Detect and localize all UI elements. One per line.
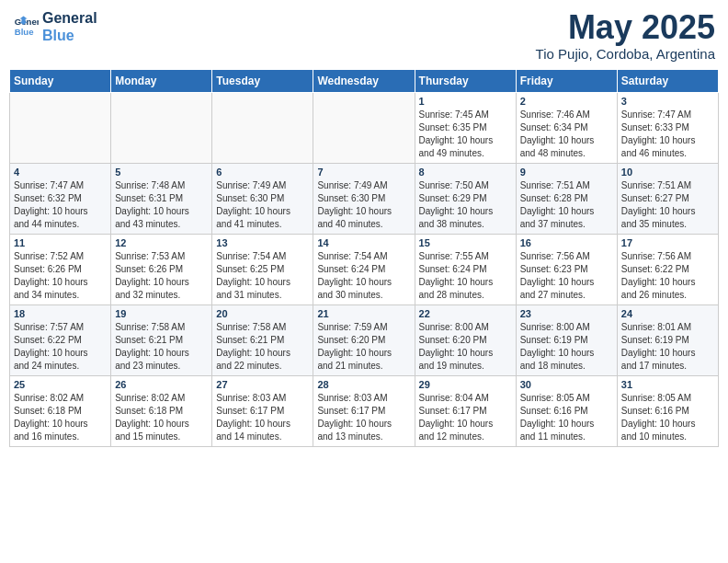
calendar-cell: 18Sunrise: 7:57 AM Sunset: 6:22 PM Dayli… <box>10 304 111 375</box>
day-info: Sunrise: 7:49 AM Sunset: 6:30 PM Dayligh… <box>216 179 309 231</box>
weekday-header: Monday <box>111 69 212 92</box>
title-block: May 2025 Tio Pujio, Cordoba, Argentina <box>536 9 715 62</box>
weekday-header: Saturday <box>617 69 718 92</box>
calendar-cell: 24Sunrise: 8:01 AM Sunset: 6:19 PM Dayli… <box>617 304 718 375</box>
day-info: Sunrise: 7:45 AM Sunset: 6:35 PM Dayligh… <box>419 109 512 160</box>
calendar-cell: 23Sunrise: 8:00 AM Sunset: 6:19 PM Dayli… <box>516 304 617 375</box>
calendar-cell <box>212 92 313 163</box>
day-number: 31 <box>621 379 714 390</box>
logo-line1: General <box>42 9 97 27</box>
day-info: Sunrise: 7:59 AM Sunset: 6:20 PM Dayligh… <box>317 321 410 373</box>
day-info: Sunrise: 8:02 AM Sunset: 6:18 PM Dayligh… <box>14 392 107 443</box>
day-number: 12 <box>115 237 208 248</box>
day-number: 11 <box>14 237 107 248</box>
logo-icon: General Blue <box>13 14 39 40</box>
day-number: 8 <box>419 167 512 178</box>
calendar-cell: 14Sunrise: 7:54 AM Sunset: 6:24 PM Dayli… <box>313 234 415 304</box>
calendar-cell: 16Sunrise: 7:56 AM Sunset: 6:23 PM Dayli… <box>516 234 617 304</box>
day-number: 6 <box>216 167 309 178</box>
calendar-cell: 20Sunrise: 7:58 AM Sunset: 6:21 PM Dayli… <box>212 304 313 375</box>
calendar-cell: 5Sunrise: 7:48 AM Sunset: 6:31 PM Daylig… <box>111 163 212 234</box>
calendar-cell: 25Sunrise: 8:02 AM Sunset: 6:18 PM Dayli… <box>10 375 111 446</box>
day-info: Sunrise: 7:54 AM Sunset: 6:24 PM Dayligh… <box>317 250 410 302</box>
day-number: 9 <box>520 167 613 178</box>
day-number: 2 <box>520 96 613 107</box>
weekday-header: Thursday <box>415 69 516 92</box>
day-number: 10 <box>621 167 714 178</box>
day-number: 29 <box>419 379 512 390</box>
logo: General Blue General Blue <box>13 9 97 44</box>
day-info: Sunrise: 7:58 AM Sunset: 6:21 PM Dayligh… <box>115 321 208 373</box>
day-number: 27 <box>216 379 309 390</box>
day-info: Sunrise: 8:01 AM Sunset: 6:19 PM Dayligh… <box>621 321 714 373</box>
svg-text:Blue: Blue <box>15 27 34 37</box>
day-info: Sunrise: 8:03 AM Sunset: 6:17 PM Dayligh… <box>216 392 309 443</box>
day-info: Sunrise: 7:54 AM Sunset: 6:25 PM Dayligh… <box>216 250 309 302</box>
calendar-cell: 9Sunrise: 7:51 AM Sunset: 6:28 PM Daylig… <box>516 163 617 234</box>
day-number: 16 <box>520 237 613 248</box>
day-info: Sunrise: 7:50 AM Sunset: 6:29 PM Dayligh… <box>419 179 512 231</box>
weekday-header: Friday <box>516 69 617 92</box>
location: Tio Pujio, Cordoba, Argentina <box>536 46 715 62</box>
calendar-cell: 6Sunrise: 7:49 AM Sunset: 6:30 PM Daylig… <box>212 163 313 234</box>
day-number: 13 <box>216 237 309 248</box>
page-header: General Blue General Blue May 2025 Tio P… <box>9 9 719 62</box>
calendar-cell: 3Sunrise: 7:47 AM Sunset: 6:33 PM Daylig… <box>617 92 718 163</box>
weekday-header: Sunday <box>10 69 111 92</box>
month-title: May 2025 <box>536 9 715 46</box>
day-info: Sunrise: 7:58 AM Sunset: 6:21 PM Dayligh… <box>216 321 309 373</box>
day-number: 7 <box>317 167 410 178</box>
day-number: 28 <box>317 379 410 390</box>
day-info: Sunrise: 8:04 AM Sunset: 6:17 PM Dayligh… <box>419 392 512 443</box>
day-number: 26 <box>115 379 208 390</box>
day-number: 19 <box>115 308 208 319</box>
day-number: 30 <box>520 379 613 390</box>
calendar-cell: 10Sunrise: 7:51 AM Sunset: 6:27 PM Dayli… <box>617 163 718 234</box>
calendar-cell: 13Sunrise: 7:54 AM Sunset: 6:25 PM Dayli… <box>212 234 313 304</box>
day-number: 1 <box>419 96 512 107</box>
day-number: 4 <box>14 167 107 178</box>
day-number: 18 <box>14 308 107 319</box>
calendar-cell: 28Sunrise: 8:03 AM Sunset: 6:17 PM Dayli… <box>313 375 415 446</box>
day-info: Sunrise: 8:00 AM Sunset: 6:19 PM Dayligh… <box>520 321 613 373</box>
day-number: 21 <box>317 308 410 319</box>
day-number: 15 <box>419 237 512 248</box>
day-number: 17 <box>621 237 714 248</box>
calendar-cell: 27Sunrise: 8:03 AM Sunset: 6:17 PM Dayli… <box>212 375 313 446</box>
calendar-cell: 31Sunrise: 8:05 AM Sunset: 6:16 PM Dayli… <box>617 375 718 446</box>
day-info: Sunrise: 8:00 AM Sunset: 6:20 PM Dayligh… <box>419 321 512 373</box>
calendar-cell <box>111 92 212 163</box>
calendar-cell: 11Sunrise: 7:52 AM Sunset: 6:26 PM Dayli… <box>10 234 111 304</box>
day-number: 22 <box>419 308 512 319</box>
day-info: Sunrise: 8:05 AM Sunset: 6:16 PM Dayligh… <box>520 392 613 443</box>
day-info: Sunrise: 7:51 AM Sunset: 6:27 PM Dayligh… <box>621 179 714 231</box>
calendar-cell: 29Sunrise: 8:04 AM Sunset: 6:17 PM Dayli… <box>415 375 516 446</box>
calendar-cell: 12Sunrise: 7:53 AM Sunset: 6:26 PM Dayli… <box>111 234 212 304</box>
day-number: 3 <box>621 96 714 107</box>
calendar-cell: 21Sunrise: 7:59 AM Sunset: 6:20 PM Dayli… <box>313 304 415 375</box>
weekday-header: Wednesday <box>313 69 415 92</box>
day-number: 23 <box>520 308 613 319</box>
day-info: Sunrise: 7:49 AM Sunset: 6:30 PM Dayligh… <box>317 179 410 231</box>
day-info: Sunrise: 7:56 AM Sunset: 6:22 PM Dayligh… <box>621 250 714 302</box>
day-info: Sunrise: 7:47 AM Sunset: 6:33 PM Dayligh… <box>621 109 714 160</box>
calendar-cell: 8Sunrise: 7:50 AM Sunset: 6:29 PM Daylig… <box>415 163 516 234</box>
calendar-cell: 30Sunrise: 8:05 AM Sunset: 6:16 PM Dayli… <box>516 375 617 446</box>
calendar: SundayMondayTuesdayWednesdayThursdayFrid… <box>9 69 719 447</box>
calendar-cell: 19Sunrise: 7:58 AM Sunset: 6:21 PM Dayli… <box>111 304 212 375</box>
day-info: Sunrise: 7:52 AM Sunset: 6:26 PM Dayligh… <box>14 250 107 302</box>
day-info: Sunrise: 7:46 AM Sunset: 6:34 PM Dayligh… <box>520 109 613 160</box>
calendar-cell <box>313 92 415 163</box>
calendar-cell: 22Sunrise: 8:00 AM Sunset: 6:20 PM Dayli… <box>415 304 516 375</box>
day-number: 20 <box>216 308 309 319</box>
day-number: 24 <box>621 308 714 319</box>
calendar-cell: 2Sunrise: 7:46 AM Sunset: 6:34 PM Daylig… <box>516 92 617 163</box>
calendar-cell: 17Sunrise: 7:56 AM Sunset: 6:22 PM Dayli… <box>617 234 718 304</box>
day-number: 5 <box>115 167 208 178</box>
day-info: Sunrise: 8:03 AM Sunset: 6:17 PM Dayligh… <box>317 392 410 443</box>
calendar-cell: 15Sunrise: 7:55 AM Sunset: 6:24 PM Dayli… <box>415 234 516 304</box>
day-info: Sunrise: 8:02 AM Sunset: 6:18 PM Dayligh… <box>115 392 208 443</box>
day-info: Sunrise: 7:48 AM Sunset: 6:31 PM Dayligh… <box>115 179 208 231</box>
day-info: Sunrise: 7:56 AM Sunset: 6:23 PM Dayligh… <box>520 250 613 302</box>
calendar-cell: 4Sunrise: 7:47 AM Sunset: 6:32 PM Daylig… <box>10 163 111 234</box>
